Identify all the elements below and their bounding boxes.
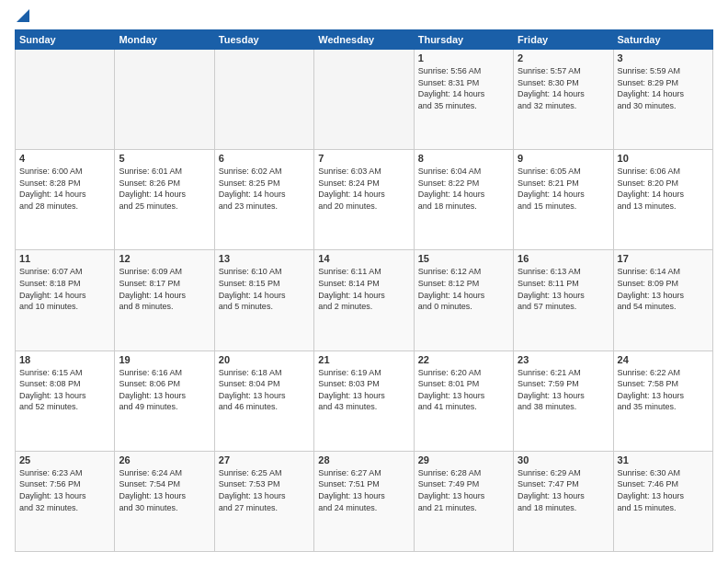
cell-details: Sunrise: 6:01 AM Sunset: 8:26 PM Dayligh… <box>119 166 210 212</box>
day-number: 17 <box>618 253 709 264</box>
day-number: 21 <box>318 354 409 365</box>
week-row-3: 11Sunrise: 6:07 AM Sunset: 8:18 PM Dayli… <box>16 250 713 350</box>
calendar-cell <box>314 50 414 150</box>
page: SundayMondayTuesdayWednesdayThursdayFrid… <box>0 0 728 563</box>
cell-details: Sunrise: 5:57 AM Sunset: 8:30 PM Dayligh… <box>518 65 609 111</box>
calendar-cell: 3Sunrise: 5:59 AM Sunset: 8:29 PM Daylig… <box>613 50 712 150</box>
calendar-table: SundayMondayTuesdayWednesdayThursdayFrid… <box>15 29 713 552</box>
calendar-cell: 10Sunrise: 6:06 AM Sunset: 8:20 PM Dayli… <box>613 150 712 250</box>
day-number: 22 <box>418 354 509 365</box>
svg-marker-0 <box>17 9 29 22</box>
calendar-cell: 4Sunrise: 6:00 AM Sunset: 8:28 PM Daylig… <box>16 150 115 250</box>
cell-details: Sunrise: 6:16 AM Sunset: 8:06 PM Dayligh… <box>119 367 210 413</box>
cell-details: Sunrise: 6:02 AM Sunset: 8:25 PM Dayligh… <box>219 166 310 212</box>
cell-details: Sunrise: 6:18 AM Sunset: 8:04 PM Dayligh… <box>219 367 310 413</box>
calendar-cell: 21Sunrise: 6:19 AM Sunset: 8:03 PM Dayli… <box>314 350 414 451</box>
day-number: 3 <box>618 52 709 63</box>
header <box>15 11 713 22</box>
day-number: 4 <box>19 153 110 164</box>
day-number: 9 <box>518 153 609 164</box>
calendar-cell <box>115 50 214 150</box>
week-row-5: 25Sunrise: 6:23 AM Sunset: 7:56 PM Dayli… <box>16 451 713 551</box>
calendar-cell: 1Sunrise: 5:56 AM Sunset: 8:31 PM Daylig… <box>414 50 513 150</box>
calendar-cell: 6Sunrise: 6:02 AM Sunset: 8:25 PM Daylig… <box>214 150 313 250</box>
day-number: 2 <box>518 52 609 63</box>
day-number: 7 <box>318 153 409 164</box>
calendar-cell: 27Sunrise: 6:25 AM Sunset: 7:53 PM Dayli… <box>214 451 313 551</box>
day-number: 10 <box>618 153 709 164</box>
calendar-cell: 29Sunrise: 6:28 AM Sunset: 7:49 PM Dayli… <box>414 451 513 551</box>
day-number: 15 <box>418 253 509 264</box>
calendar-cell: 2Sunrise: 5:57 AM Sunset: 8:30 PM Daylig… <box>514 50 613 150</box>
calendar-cell: 20Sunrise: 6:18 AM Sunset: 8:04 PM Dayli… <box>214 350 313 451</box>
calendar-cell: 25Sunrise: 6:23 AM Sunset: 7:56 PM Dayli… <box>16 451 115 551</box>
day-number: 27 <box>219 454 310 465</box>
cell-details: Sunrise: 6:22 AM Sunset: 7:58 PM Dayligh… <box>618 367 709 413</box>
cell-details: Sunrise: 6:30 AM Sunset: 7:46 PM Dayligh… <box>618 467 709 513</box>
cell-details: Sunrise: 6:21 AM Sunset: 7:59 PM Dayligh… <box>518 367 609 413</box>
calendar-cell: 9Sunrise: 6:05 AM Sunset: 8:21 PM Daylig… <box>514 150 613 250</box>
calendar-cell: 24Sunrise: 6:22 AM Sunset: 7:58 PM Dayli… <box>613 350 712 451</box>
column-header-monday: Monday <box>115 30 214 50</box>
calendar-cell: 15Sunrise: 6:12 AM Sunset: 8:12 PM Dayli… <box>414 250 513 350</box>
logo-triangle-icon <box>17 9 29 22</box>
day-number: 20 <box>219 354 310 365</box>
calendar-header-row: SundayMondayTuesdayWednesdayThursdayFrid… <box>16 30 713 50</box>
cell-details: Sunrise: 6:12 AM Sunset: 8:12 PM Dayligh… <box>418 266 509 312</box>
day-number: 30 <box>518 454 609 465</box>
cell-details: Sunrise: 6:14 AM Sunset: 8:09 PM Dayligh… <box>618 266 709 312</box>
logo <box>15 11 29 22</box>
cell-details: Sunrise: 6:15 AM Sunset: 8:08 PM Dayligh… <box>19 367 110 413</box>
cell-details: Sunrise: 6:04 AM Sunset: 8:22 PM Dayligh… <box>418 166 509 212</box>
calendar-cell <box>214 50 313 150</box>
calendar-cell: 16Sunrise: 6:13 AM Sunset: 8:11 PM Dayli… <box>514 250 613 350</box>
cell-details: Sunrise: 6:06 AM Sunset: 8:20 PM Dayligh… <box>618 166 709 212</box>
calendar-cell: 11Sunrise: 6:07 AM Sunset: 8:18 PM Dayli… <box>16 250 115 350</box>
cell-details: Sunrise: 6:09 AM Sunset: 8:17 PM Dayligh… <box>119 266 210 312</box>
cell-details: Sunrise: 6:05 AM Sunset: 8:21 PM Dayligh… <box>518 166 609 212</box>
cell-details: Sunrise: 6:19 AM Sunset: 8:03 PM Dayligh… <box>318 367 409 413</box>
cell-details: Sunrise: 6:13 AM Sunset: 8:11 PM Dayligh… <box>518 266 609 312</box>
cell-details: Sunrise: 6:23 AM Sunset: 7:56 PM Dayligh… <box>19 467 110 513</box>
day-number: 24 <box>618 354 709 365</box>
calendar-cell: 18Sunrise: 6:15 AM Sunset: 8:08 PM Dayli… <box>16 350 115 451</box>
day-number: 5 <box>119 153 210 164</box>
day-number: 13 <box>219 253 310 264</box>
cell-details: Sunrise: 6:00 AM Sunset: 8:28 PM Dayligh… <box>19 166 110 212</box>
calendar-cell <box>16 50 115 150</box>
calendar-cell: 14Sunrise: 6:11 AM Sunset: 8:14 PM Dayli… <box>314 250 414 350</box>
day-number: 8 <box>418 153 509 164</box>
day-number: 12 <box>119 253 210 264</box>
day-number: 18 <box>19 354 110 365</box>
calendar-cell: 31Sunrise: 6:30 AM Sunset: 7:46 PM Dayli… <box>613 451 712 551</box>
cell-details: Sunrise: 5:56 AM Sunset: 8:31 PM Dayligh… <box>418 65 509 111</box>
cell-details: Sunrise: 6:07 AM Sunset: 8:18 PM Dayligh… <box>19 266 110 312</box>
calendar-cell: 8Sunrise: 6:04 AM Sunset: 8:22 PM Daylig… <box>414 150 513 250</box>
day-number: 19 <box>119 354 210 365</box>
column-header-wednesday: Wednesday <box>314 30 414 50</box>
calendar-cell: 13Sunrise: 6:10 AM Sunset: 8:15 PM Dayli… <box>214 250 313 350</box>
cell-details: Sunrise: 6:10 AM Sunset: 8:15 PM Dayligh… <box>219 266 310 312</box>
day-number: 29 <box>418 454 509 465</box>
column-header-friday: Friday <box>514 30 613 50</box>
cell-details: Sunrise: 6:28 AM Sunset: 7:49 PM Dayligh… <box>418 467 509 513</box>
day-number: 6 <box>219 153 310 164</box>
day-number: 28 <box>318 454 409 465</box>
cell-details: Sunrise: 6:29 AM Sunset: 7:47 PM Dayligh… <box>518 467 609 513</box>
week-row-4: 18Sunrise: 6:15 AM Sunset: 8:08 PM Dayli… <box>16 350 713 451</box>
cell-details: Sunrise: 6:27 AM Sunset: 7:51 PM Dayligh… <box>318 467 409 513</box>
cell-details: Sunrise: 6:11 AM Sunset: 8:14 PM Dayligh… <box>318 266 409 312</box>
day-number: 31 <box>618 454 709 465</box>
column-header-tuesday: Tuesday <box>214 30 313 50</box>
calendar-cell: 26Sunrise: 6:24 AM Sunset: 7:54 PM Dayli… <box>115 451 214 551</box>
day-number: 14 <box>318 253 409 264</box>
column-header-saturday: Saturday <box>613 30 712 50</box>
day-number: 26 <box>119 454 210 465</box>
calendar-cell: 5Sunrise: 6:01 AM Sunset: 8:26 PM Daylig… <box>115 150 214 250</box>
cell-details: Sunrise: 6:24 AM Sunset: 7:54 PM Dayligh… <box>119 467 210 513</box>
day-number: 25 <box>19 454 110 465</box>
day-number: 16 <box>518 253 609 264</box>
calendar-cell: 30Sunrise: 6:29 AM Sunset: 7:47 PM Dayli… <box>514 451 613 551</box>
calendar-cell: 7Sunrise: 6:03 AM Sunset: 8:24 PM Daylig… <box>314 150 414 250</box>
calendar-cell: 28Sunrise: 6:27 AM Sunset: 7:51 PM Dayli… <box>314 451 414 551</box>
